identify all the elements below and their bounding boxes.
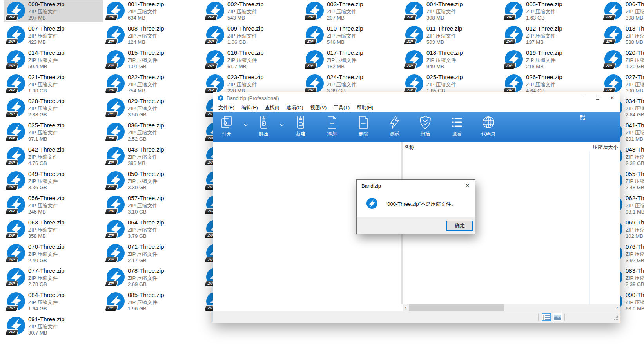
file-tile[interactable]: ZIP002-Three.zipZIP 压缩文件543 MB — [203, 0, 302, 22]
remove-icon — [351, 115, 376, 129]
toolbar-button-newarc[interactable]: 新建 — [288, 115, 313, 137]
thumbnail-view-button[interactable] — [553, 313, 562, 321]
file-tile[interactable]: ZIP078-Three.zipZIP 压缩文件2.69 GB — [103, 267, 202, 289]
toolbar-button-open[interactable]: 打开 — [214, 115, 239, 137]
file-tile[interactable]: ZIP016-Three.zipZIP 压缩文件61.7 MB — [203, 49, 302, 71]
toolbar-button-view[interactable]: 查看 — [444, 115, 470, 137]
menu-item[interactable]: 编辑(E) — [238, 103, 261, 112]
toolbar-button-scan[interactable]: 扫描 — [413, 115, 438, 137]
file-tile[interactable]: ZIP049-Three.zipZIP 压缩文件3.36 GB — [4, 170, 103, 192]
file-tile[interactable]: ZIP056-Three.zipZIP 压缩文件246 MB — [4, 194, 103, 216]
file-name: 069-Three.zip — [626, 219, 644, 226]
toolbar-button-add[interactable]: 添加 — [319, 115, 345, 137]
zip-file-icon: ZIP — [107, 244, 125, 262]
file-type: ZIP 压缩文件 — [227, 81, 264, 88]
file-tile[interactable]: ZIP043-Three.zipZIP 压缩文件396 MB — [103, 146, 202, 168]
scroll-left-icon[interactable]: ‹ — [403, 304, 409, 311]
menu-item[interactable]: 视图(V) — [307, 103, 330, 112]
file-tile[interactable]: ZIP022-Three.zipZIP 压缩文件754 MB — [103, 73, 202, 95]
file-tile[interactable]: ZIP011-Three.zipZIP 压缩文件503 MB — [402, 25, 501, 47]
zip-file-icon: ZIP — [405, 50, 423, 68]
column-header-packed-size[interactable]: 压缩后大小 — [593, 144, 620, 151]
horizontal-scrollbar[interactable]: ‹ › — [403, 304, 620, 311]
column-header-name[interactable]: 名称 — [404, 144, 414, 151]
minimize-button[interactable] — [575, 92, 590, 103]
file-tile[interactable]: ZIP015-Three.zipZIP 压缩文件1.01 GB — [103, 49, 202, 71]
file-tile[interactable]: ZIP008-Three.zipZIP 压缩文件124 MB — [103, 25, 202, 47]
ok-button[interactable]: 确定 — [446, 221, 473, 231]
file-name: 026-Three.zip — [526, 74, 562, 81]
menu-item[interactable]: 帮助(H) — [353, 103, 377, 112]
file-tile[interactable]: ZIP050-Three.zipZIP 压缩文件3.30 GB — [103, 170, 202, 192]
file-tile[interactable]: ZIP010-Three.zipZIP 压缩文件546 MB — [303, 25, 401, 47]
file-tile[interactable]: ZIP071-Three.zipZIP 压缩文件2.17 GB — [103, 243, 202, 265]
file-size: 398 MB — [626, 15, 644, 22]
zip-file-icon: ZIP — [7, 50, 25, 68]
toolbar-button-remove[interactable]: 删除 — [351, 115, 376, 137]
file-name: 028-Three.zip — [28, 98, 65, 105]
file-tile[interactable]: ZIP018-Three.zipZIP 压缩文件949 MB — [402, 49, 501, 71]
file-name: 090-Three.zip — [626, 291, 644, 299]
file-tile[interactable]: ZIP064-Three.zipZIP 压缩文件3.79 GB — [103, 219, 202, 241]
file-name: 011-Three.zip — [426, 25, 462, 33]
file-tile[interactable]: ZIP014-Three.zipZIP 压缩文件50.4 MB — [4, 49, 103, 71]
file-tile[interactable]: ZIP077-Three.zipZIP 压缩文件2.78 GB — [4, 267, 103, 289]
file-tile[interactable]: ZIP009-Three.zipZIP 压缩文件1.06 GB — [203, 25, 302, 47]
toolbar-button-test[interactable]: 测试 — [382, 115, 407, 137]
file-name: 001-Three.zip — [128, 1, 164, 8]
menu-item[interactable]: 工具(T) — [330, 103, 353, 112]
file-tile[interactable]: ZIP063-Three.zipZIP 压缩文件358 MB — [4, 219, 103, 241]
file-tile[interactable]: ZIP001-Three.zipZIP 压缩文件634 MB — [103, 0, 202, 22]
toolbar-label: 代码页 — [476, 130, 501, 137]
file-type: ZIP 压缩文件 — [426, 8, 463, 15]
zip-file-icon: ZIP — [505, 26, 523, 44]
file-tile[interactable]: ZIP091-Three.zipZIP 压缩文件30.7 MB — [4, 315, 103, 337]
file-type: ZIP 压缩文件 — [128, 129, 164, 136]
details-view-button[interactable] — [542, 313, 551, 321]
file-tile[interactable]: ZIP029-Three.zipZIP 压缩文件3.50 GB — [103, 97, 202, 119]
file-type: ZIP 压缩文件 — [128, 251, 164, 257]
file-tile[interactable]: ZIP000-Three.zipZIP 压缩文件297 MB — [4, 0, 103, 22]
toolbar-button-codepage[interactable]: 代码页 — [476, 115, 501, 137]
chevron-down-icon[interactable] — [280, 124, 284, 126]
file-tile[interactable]: ZIP021-Three.zipZIP 压缩文件1.30 GB — [4, 73, 103, 95]
file-name: 022-Three.zip — [128, 74, 164, 81]
layout-grid-icon[interactable] — [580, 114, 585, 121]
file-tile[interactable]: ZIP036-Three.zipZIP 压缩文件2.52 GB — [103, 121, 202, 143]
maximize-button[interactable] — [590, 92, 605, 103]
file-tile[interactable]: ZIP028-Three.zipZIP 压缩文件2.88 GB — [4, 97, 103, 119]
file-tile[interactable]: ZIP019-Three.zipZIP 压缩文件218 MB — [502, 49, 600, 71]
file-tile[interactable]: ZIP017-Three.zipZIP 压缩文件182 MB — [303, 49, 401, 71]
file-size: 1.64 GB — [28, 306, 65, 312]
file-tile[interactable]: ZIP006-Three.zipZIP 压缩文件398 MB — [601, 0, 644, 22]
file-tile[interactable]: ZIP085-Three.zipZIP 压缩文件1.96 GB — [103, 291, 202, 313]
file-tile[interactable]: ZIP057-Three.zipZIP 压缩文件3.10 GB — [103, 194, 202, 216]
file-tile[interactable]: ZIP035-Three.zipZIP 压缩文件97.1 MB — [4, 121, 103, 143]
file-type: ZIP 压缩文件 — [128, 57, 164, 63]
file-tile[interactable]: ZIP004-Three.zipZIP 压缩文件308 MB — [402, 0, 501, 22]
close-button[interactable]: ✕ — [605, 92, 620, 103]
file-type: ZIP 压缩文件 — [128, 154, 164, 160]
menu-item[interactable]: 选项(O) — [283, 103, 307, 112]
scrollbar-thumb[interactable] — [409, 304, 504, 311]
file-tile[interactable]: ZIP007-Three.zipZIP 压缩文件423 MB — [4, 25, 103, 47]
chevron-down-icon[interactable] — [244, 124, 248, 126]
file-tile[interactable]: ZIP042-Three.zipZIP 压缩文件4.76 GB — [4, 146, 103, 168]
file-type: ZIP 压缩文件 — [626, 33, 644, 39]
file-tile[interactable]: ZIP070-Three.zipZIP 压缩文件2.40 GB — [4, 243, 103, 265]
file-tile[interactable]: ZIP003-Three.zipZIP 压缩文件207 MB — [303, 0, 401, 22]
file-name: 017-Three.zip — [327, 49, 363, 57]
menu-item[interactable]: 查找(I) — [261, 103, 283, 112]
menu-item[interactable]: 文件(F) — [215, 103, 238, 112]
file-tile[interactable]: ZIP012-Three.zipZIP 压缩文件137 MB — [502, 25, 600, 47]
file-name: 009-Three.zip — [227, 25, 264, 33]
resize-grip[interactable] — [614, 315, 619, 322]
file-tile[interactable]: ZIP084-Three.zipZIP 压缩文件1.64 GB — [4, 291, 103, 313]
file-tile[interactable]: ZIP013-Three.zipZIP 压缩文件588 MB — [601, 25, 644, 47]
toolbar-button-extract[interactable]: 解压 — [251, 115, 276, 137]
dialog-close-icon[interactable]: ✕ — [463, 181, 473, 190]
file-tile[interactable]: ZIP005-Three.zipZIP 压缩文件1.63 GB — [502, 0, 600, 22]
title-bar[interactable]: Bandizip (Professional) ✕ — [213, 92, 620, 103]
scroll-right-icon[interactable]: › — [614, 304, 620, 311]
file-tile[interactable]: ZIP020-Three.zipZIP 压缩文件1.20 GB — [601, 49, 644, 71]
